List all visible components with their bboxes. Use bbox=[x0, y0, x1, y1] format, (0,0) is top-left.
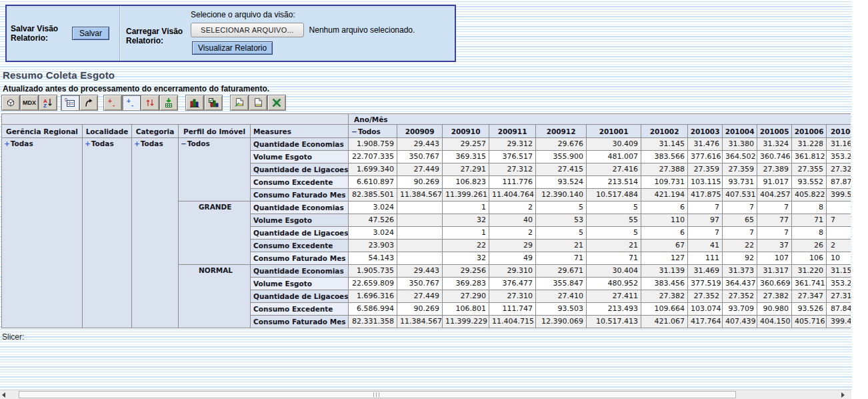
expand-icon[interactable]: + bbox=[4, 139, 10, 147]
expand-icon[interactable]: + bbox=[134, 139, 140, 147]
data-cell: 11.384.567 bbox=[397, 316, 443, 328]
data-cell: 30.404 bbox=[587, 265, 641, 278]
data-cell: 82.385.501 bbox=[349, 189, 397, 202]
scroll-left-arrow-icon[interactable] bbox=[2, 392, 5, 398]
data-cell: 6 bbox=[641, 227, 688, 240]
scroll-right-arrow-icon[interactable] bbox=[841, 392, 845, 398]
select-file-button[interactable]: SELECIONAR ARQUIVO... bbox=[191, 23, 304, 37]
dimension-header: Localidade bbox=[83, 125, 132, 138]
olap-navigator-button[interactable] bbox=[1, 95, 20, 111]
data-cell: 2 bbox=[827, 240, 851, 252]
print-pdf-button[interactable] bbox=[249, 95, 267, 111]
data-cell: 111 bbox=[688, 252, 723, 265]
data-cell: 87.87 bbox=[827, 176, 851, 189]
data-cell: 10.517.413 bbox=[587, 316, 641, 328]
show-parents-button[interactable]: 0 bbox=[61, 95, 79, 111]
data-cell: 29.443 bbox=[397, 138, 443, 151]
save-button[interactable]: Salvar bbox=[72, 27, 109, 40]
swap-axes-button[interactable] bbox=[79, 95, 98, 111]
data-cell: 32 bbox=[443, 252, 489, 265]
data-cell: 10.517.484 bbox=[587, 189, 641, 202]
data-cell bbox=[397, 252, 443, 265]
data-cell: 32 bbox=[443, 214, 489, 227]
data-cell: 82.331.358 bbox=[349, 316, 397, 328]
data-cell: 106.801 bbox=[443, 303, 489, 316]
drill-position-button[interactable]: +- bbox=[122, 95, 141, 111]
data-cell: 31.145 bbox=[641, 138, 688, 151]
data-cell: 31.476 bbox=[688, 138, 723, 151]
data-cell: 377.519 bbox=[688, 278, 723, 290]
data-cell: 107 bbox=[757, 252, 792, 265]
member-categoria[interactable]: +Todas bbox=[132, 138, 179, 328]
member-perfil[interactable]: −Todos bbox=[179, 138, 251, 202]
measure-label: Consumo Faturado Mes bbox=[251, 316, 349, 328]
data-cell: 360.746 bbox=[757, 151, 792, 163]
drill-replace-button[interactable] bbox=[141, 95, 159, 111]
measure-label: Consumo Excedente bbox=[251, 303, 349, 316]
table-row: +Todas+Todas+Todas−TodosQuantidade Econo… bbox=[2, 138, 851, 151]
data-cell: 65 bbox=[723, 214, 757, 227]
data-cell: 49 bbox=[489, 252, 536, 265]
data-cell: 55 bbox=[587, 214, 641, 227]
data-cell bbox=[397, 214, 443, 227]
data-cell: 40 bbox=[489, 214, 536, 227]
data-cell: 27.389 bbox=[757, 163, 792, 176]
data-cell: 399.51 bbox=[827, 189, 851, 202]
data-cell: 90.980 bbox=[757, 303, 792, 316]
data-cell: 355.900 bbox=[536, 151, 587, 163]
save-view-label: Salvar Visão Relatorio: bbox=[11, 24, 71, 43]
member-gerencia-regional[interactable]: +Todas bbox=[2, 138, 83, 328]
data-cell: 7 bbox=[688, 202, 723, 214]
page: Salvar Visão Relatorio: Salvar Carregar … bbox=[0, 0, 868, 399]
collapse-icon[interactable]: − bbox=[351, 127, 357, 135]
data-cell: 361.812 bbox=[792, 151, 827, 163]
data-cell: 27.382 bbox=[757, 290, 792, 303]
drill-member-icon: +- bbox=[107, 97, 119, 108]
data-cell: 87.84 bbox=[827, 303, 851, 316]
data-cell: 30.409 bbox=[587, 138, 641, 151]
data-cell: 11.399.261 bbox=[443, 189, 489, 202]
data-cell: 421.194 bbox=[641, 189, 688, 202]
scrollbar-grip-icon bbox=[373, 392, 381, 397]
data-cell: 417.764 bbox=[688, 316, 723, 328]
data-cell: 7 bbox=[827, 214, 851, 227]
mdx-editor-button[interactable]: MDX bbox=[20, 95, 39, 111]
data-cell: 404.150 bbox=[757, 316, 792, 328]
data-cell: 7 bbox=[688, 227, 723, 240]
member-localidade[interactable]: +Todas bbox=[83, 138, 132, 328]
data-cell: 481.007 bbox=[587, 151, 641, 163]
data-cell: 71 bbox=[792, 214, 827, 227]
data-cell: 8 bbox=[792, 202, 827, 214]
data-cell: 21 bbox=[536, 240, 587, 252]
column-header: 200909 bbox=[397, 125, 443, 138]
data-cell: 27.352 bbox=[723, 290, 757, 303]
chart-config-button[interactable] bbox=[204, 95, 223, 111]
data-cell: 5 bbox=[536, 227, 587, 240]
column-header: 201002 bbox=[641, 125, 688, 138]
data-cell: 350.767 bbox=[397, 151, 443, 163]
print-config-button[interactable] bbox=[230, 95, 249, 111]
data-cell: 71 bbox=[587, 252, 641, 265]
data-cell: 127 bbox=[641, 252, 688, 265]
measure-label: Quantidade Economias bbox=[251, 202, 349, 214]
data-cell: 22 bbox=[723, 240, 757, 252]
show-chart-button[interactable] bbox=[185, 95, 204, 111]
drill-through-button[interactable] bbox=[159, 95, 178, 111]
sort-az-icon: AZ bbox=[42, 97, 54, 108]
data-cell: 11.404.764 bbox=[489, 189, 536, 202]
sort-button[interactable]: AZ bbox=[39, 95, 57, 111]
view-report-button[interactable]: Visualizar Relatorio bbox=[192, 41, 273, 55]
data-cell: 350.767 bbox=[397, 278, 443, 290]
data-cell: 106.823 bbox=[443, 176, 489, 189]
horizontal-scrollbar[interactable] bbox=[0, 390, 851, 399]
expand-icon[interactable]: + bbox=[85, 139, 91, 147]
data-cell: 1.908.759 bbox=[349, 138, 397, 151]
data-cell: 29.671 bbox=[536, 265, 587, 278]
drill-member-button[interactable]: +- bbox=[103, 95, 122, 111]
collapse-icon[interactable]: − bbox=[181, 139, 187, 147]
scrollbar-thumb[interactable] bbox=[19, 391, 736, 398]
data-cell: 27.32 bbox=[827, 163, 851, 176]
export-excel-button[interactable] bbox=[267, 95, 286, 111]
data-cell: 3.024 bbox=[349, 202, 397, 214]
column-member-todos[interactable]: −Todos bbox=[349, 125, 397, 138]
